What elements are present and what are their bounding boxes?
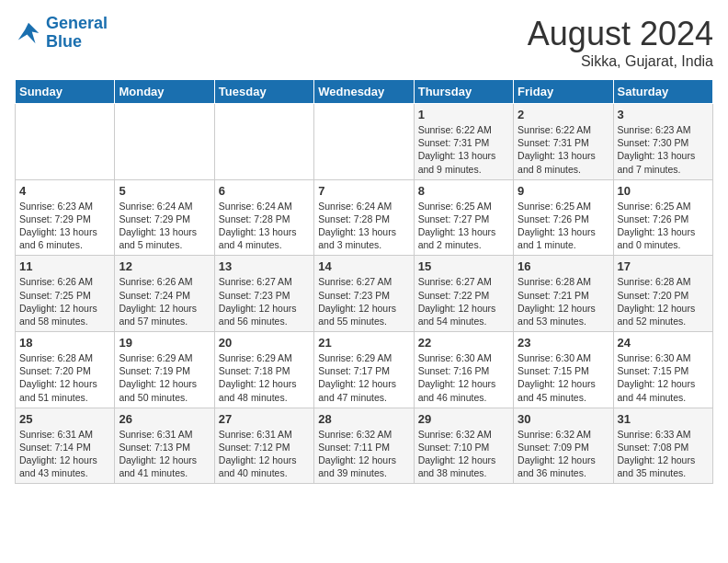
- cell-day-number: 10: [618, 184, 709, 198]
- calendar-cell: 28Sunrise: 6:32 AMSunset: 7:11 PMDayligh…: [314, 408, 414, 484]
- calendar-cell: 25Sunrise: 6:31 AMSunset: 7:14 PMDayligh…: [16, 408, 115, 484]
- calendar-cell: 2Sunrise: 6:22 AMSunset: 7:31 PMDaylight…: [514, 104, 613, 180]
- cell-day-number: 26: [119, 412, 210, 426]
- calendar-cell: 1Sunrise: 6:22 AMSunset: 7:31 PMDaylight…: [414, 104, 513, 180]
- column-header-saturday: Saturday: [613, 80, 712, 104]
- calendar-cell: 6Sunrise: 6:24 AMSunset: 7:28 PMDaylight…: [214, 179, 313, 256]
- calendar-cell: 7Sunrise: 6:24 AMSunset: 7:28 PMDaylight…: [314, 179, 414, 256]
- cell-info: Sunrise: 6:29 AMSunset: 7:19 PMDaylight:…: [119, 351, 210, 404]
- cell-day-number: 19: [119, 336, 210, 350]
- calendar-cell: 16Sunrise: 6:28 AMSunset: 7:21 PMDayligh…: [514, 256, 613, 332]
- cell-info: Sunrise: 6:29 AMSunset: 7:17 PMDaylight:…: [318, 351, 409, 404]
- cell-info: Sunrise: 6:23 AMSunset: 7:29 PMDaylight:…: [19, 200, 110, 252]
- calendar-cell: 19Sunrise: 6:29 AMSunset: 7:19 PMDayligh…: [115, 332, 214, 408]
- column-header-tuesday: Tuesday: [214, 80, 313, 104]
- cell-day-number: 13: [219, 259, 310, 273]
- location: Sikka, Gujarat, India: [528, 53, 713, 70]
- cell-info: Sunrise: 6:24 AMSunset: 7:28 PMDaylight:…: [318, 200, 409, 252]
- cell-info: Sunrise: 6:28 AMSunset: 7:20 PMDaylight:…: [618, 275, 709, 327]
- calendar-cell: 24Sunrise: 6:30 AMSunset: 7:15 PMDayligh…: [613, 332, 712, 408]
- calendar-cell: 4Sunrise: 6:23 AMSunset: 7:29 PMDaylight…: [16, 179, 115, 256]
- cell-day-number: 25: [19, 412, 110, 426]
- column-header-friday: Friday: [514, 80, 613, 104]
- cell-info: Sunrise: 6:24 AMSunset: 7:29 PMDaylight:…: [119, 200, 210, 252]
- column-header-wednesday: Wednesday: [314, 80, 414, 104]
- cell-info: Sunrise: 6:30 AMSunset: 7:15 PMDaylight:…: [618, 351, 709, 404]
- cell-day-number: 11: [19, 259, 110, 273]
- cell-day-number: 30: [518, 412, 609, 426]
- cell-info: Sunrise: 6:33 AMSunset: 7:08 PMDaylight:…: [618, 428, 709, 480]
- cell-info: Sunrise: 6:29 AMSunset: 7:18 PMDaylight:…: [219, 351, 310, 404]
- cell-day-number: 21: [318, 336, 409, 350]
- cell-day-number: 2: [518, 108, 609, 121]
- cell-day-number: 14: [318, 259, 409, 273]
- cell-info: Sunrise: 6:31 AMSunset: 7:12 PMDaylight:…: [219, 428, 310, 480]
- cell-day-number: 22: [418, 336, 509, 350]
- logo: General Blue: [15, 15, 108, 52]
- calendar-cell: 20Sunrise: 6:29 AMSunset: 7:18 PMDayligh…: [214, 332, 313, 408]
- cell-day-number: 31: [618, 412, 709, 426]
- cell-info: Sunrise: 6:31 AMSunset: 7:13 PMDaylight:…: [119, 428, 210, 480]
- cell-day-number: 15: [418, 259, 509, 273]
- calendar-cell: 12Sunrise: 6:26 AMSunset: 7:24 PMDayligh…: [115, 256, 214, 332]
- column-header-thursday: Thursday: [414, 80, 513, 104]
- cell-info: Sunrise: 6:27 AMSunset: 7:23 PMDaylight:…: [219, 275, 310, 327]
- cell-info: Sunrise: 6:28 AMSunset: 7:20 PMDaylight:…: [19, 351, 110, 404]
- month-year: August 2024: [528, 15, 713, 53]
- calendar-table: SundayMondayTuesdayWednesdayThursdayFrid…: [15, 79, 713, 484]
- cell-day-number: 3: [618, 108, 709, 121]
- calendar-cell: [214, 104, 313, 180]
- cell-day-number: 5: [119, 184, 210, 198]
- calendar-cell: 10Sunrise: 6:25 AMSunset: 7:26 PMDayligh…: [613, 179, 712, 256]
- calendar-cell: 27Sunrise: 6:31 AMSunset: 7:12 PMDayligh…: [214, 408, 313, 484]
- cell-day-number: 18: [19, 336, 110, 350]
- cell-day-number: 7: [318, 184, 409, 198]
- cell-day-number: 27: [219, 412, 310, 426]
- cell-info: Sunrise: 6:32 AMSunset: 7:11 PMDaylight:…: [318, 428, 409, 480]
- cell-info: Sunrise: 6:27 AMSunset: 7:22 PMDaylight:…: [418, 275, 509, 327]
- cell-day-number: 8: [418, 184, 509, 198]
- svg-marker-0: [18, 23, 40, 44]
- logo-icon: [15, 19, 42, 47]
- cell-day-number: 12: [119, 259, 210, 273]
- calendar-cell: 29Sunrise: 6:32 AMSunset: 7:10 PMDayligh…: [414, 408, 513, 484]
- cell-info: Sunrise: 6:25 AMSunset: 7:26 PMDaylight:…: [618, 200, 709, 252]
- cell-day-number: 24: [618, 336, 709, 350]
- calendar-cell: 5Sunrise: 6:24 AMSunset: 7:29 PMDaylight…: [115, 179, 214, 256]
- calendar-cell: 9Sunrise: 6:25 AMSunset: 7:26 PMDaylight…: [514, 179, 613, 256]
- cell-day-number: 28: [318, 412, 409, 426]
- column-header-monday: Monday: [115, 80, 214, 104]
- cell-info: Sunrise: 6:27 AMSunset: 7:23 PMDaylight:…: [318, 275, 409, 327]
- calendar-cell: [314, 104, 414, 180]
- cell-day-number: 6: [219, 184, 310, 198]
- calendar-cell: 22Sunrise: 6:30 AMSunset: 7:16 PMDayligh…: [414, 332, 513, 408]
- cell-info: Sunrise: 6:25 AMSunset: 7:26 PMDaylight:…: [518, 200, 609, 252]
- calendar-cell: 30Sunrise: 6:32 AMSunset: 7:09 PMDayligh…: [514, 408, 613, 484]
- cell-info: Sunrise: 6:23 AMSunset: 7:30 PMDaylight:…: [618, 123, 709, 176]
- cell-info: Sunrise: 6:25 AMSunset: 7:27 PMDaylight:…: [418, 200, 509, 252]
- cell-day-number: 20: [219, 336, 310, 350]
- cell-info: Sunrise: 6:22 AMSunset: 7:31 PMDaylight:…: [418, 123, 509, 176]
- calendar-cell: 15Sunrise: 6:27 AMSunset: 7:22 PMDayligh…: [414, 256, 513, 332]
- calendar-header-row: SundayMondayTuesdayWednesdayThursdayFrid…: [16, 80, 713, 104]
- calendar-cell: 21Sunrise: 6:29 AMSunset: 7:17 PMDayligh…: [314, 332, 414, 408]
- cell-info: Sunrise: 6:30 AMSunset: 7:15 PMDaylight:…: [518, 351, 609, 404]
- cell-info: Sunrise: 6:24 AMSunset: 7:28 PMDaylight:…: [219, 200, 310, 252]
- calendar-cell: 23Sunrise: 6:30 AMSunset: 7:15 PMDayligh…: [514, 332, 613, 408]
- calendar-week-1: 1Sunrise: 6:22 AMSunset: 7:31 PMDaylight…: [16, 104, 713, 180]
- calendar-week-5: 25Sunrise: 6:31 AMSunset: 7:14 PMDayligh…: [16, 408, 713, 484]
- cell-day-number: 4: [19, 184, 110, 198]
- calendar-week-2: 4Sunrise: 6:23 AMSunset: 7:29 PMDaylight…: [16, 179, 713, 256]
- calendar-cell: 18Sunrise: 6:28 AMSunset: 7:20 PMDayligh…: [16, 332, 115, 408]
- logo-text: General Blue: [46, 15, 108, 52]
- cell-day-number: 9: [518, 184, 609, 198]
- cell-day-number: 1: [418, 108, 509, 121]
- cell-info: Sunrise: 6:22 AMSunset: 7:31 PMDaylight:…: [518, 123, 609, 176]
- cell-day-number: 29: [418, 412, 509, 426]
- calendar-cell: 11Sunrise: 6:26 AMSunset: 7:25 PMDayligh…: [16, 256, 115, 332]
- cell-info: Sunrise: 6:26 AMSunset: 7:24 PMDaylight:…: [119, 275, 210, 327]
- calendar-cell: 17Sunrise: 6:28 AMSunset: 7:20 PMDayligh…: [613, 256, 712, 332]
- cell-info: Sunrise: 6:32 AMSunset: 7:10 PMDaylight:…: [418, 428, 509, 480]
- column-header-sunday: Sunday: [16, 80, 115, 104]
- page-header: General Blue August 2024 Sikka, Gujarat,…: [15, 15, 713, 70]
